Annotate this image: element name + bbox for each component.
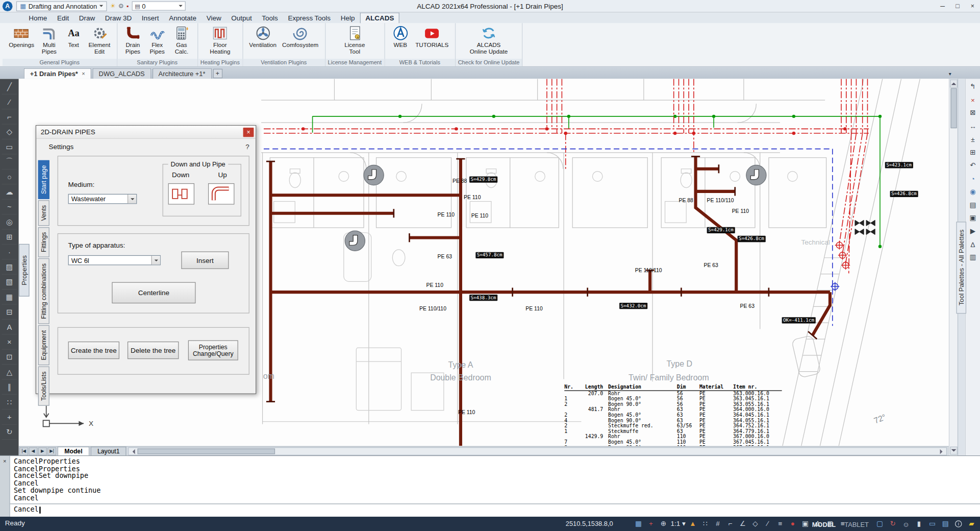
sheet-set-icon[interactable]: ▥ [967, 252, 979, 263]
revision-cloud-tool-icon[interactable]: ☁ [2, 184, 17, 199]
viewport-controls-icon[interactable]: ▦ [633, 517, 644, 530]
orbit-icon[interactable]: ◔ [967, 173, 979, 184]
isodraft-icon[interactable]: ⊕ [658, 517, 669, 530]
user-icon[interactable]: ☺ [900, 518, 912, 530]
move-tool-icon[interactable]: + [2, 409, 17, 424]
dialog-tab-start-page[interactable]: Start page [38, 160, 49, 199]
info-center-icon[interactable]: i [952, 518, 964, 530]
show-motion-icon[interactable]: ▶ [967, 225, 979, 237]
menu-item-draw[interactable]: Draw [74, 13, 100, 23]
sheet-nav-1[interactable]: ◀ [29, 447, 37, 455]
gear-icon[interactable]: ⚙ [118, 3, 124, 9]
hardware-accel-icon[interactable]: ▭ [926, 518, 938, 530]
dialog-tab-fittings[interactable]: Fittings [38, 227, 49, 257]
tablet-button[interactable]: TABLET [841, 520, 872, 528]
menu-item-insert[interactable]: Insert [137, 13, 164, 23]
model-space-button[interactable]: MODEL [808, 520, 839, 528]
close-button[interactable]: × [965, 0, 980, 12]
dialog-titlebar[interactable]: 2D-DRAIN PIPES × [36, 126, 256, 139]
down-pipe-button[interactable] [168, 183, 194, 205]
sheet-nav-2[interactable]: ▶ [38, 447, 47, 455]
polar-tracking-icon[interactable]: ∠ [737, 517, 748, 530]
apparatus-select[interactable]: WC 6l [68, 255, 161, 266]
command-close-icon[interactable]: × [3, 458, 6, 464]
ribbon-button-ventilation[interactable]: Ventilation [247, 25, 279, 50]
ucs-icon[interactable]: ∆ [967, 238, 979, 250]
back-icon[interactable]: ↰ [967, 81, 979, 92]
zoom-realtime-icon[interactable]: ± [967, 133, 979, 145]
ribbon-button-drain-pipes[interactable]: DrainPipes [121, 25, 144, 56]
doc-tab-dwg-alcads[interactable]: DWG_ALCADS [92, 68, 151, 79]
ribbon-button-web[interactable]: WEB [389, 25, 412, 50]
hatch-tool-icon[interactable]: ▨ [2, 259, 17, 274]
quick-view-icon[interactable]: ▢ [874, 518, 886, 530]
properties-panel-tab[interactable]: Properties [19, 244, 30, 297]
sync-status-icon[interactable]: ↻ [887, 518, 898, 530]
ribbon-button-tutorials[interactable]: TUTORIALS [414, 25, 450, 50]
polygon-tool-icon[interactable]: ◇ [2, 125, 17, 139]
menu-item-draw-3d[interactable]: Draw 3D [100, 13, 137, 23]
ribbon-button-multi-pipes[interactable]: MultiPipes [38, 25, 60, 56]
ribbon-button-comfosystem[interactable]: Comfosystem [280, 25, 320, 50]
point-tool-icon[interactable]: ∙ [2, 245, 17, 259]
lineweight-icon[interactable]: ≡ [774, 517, 786, 530]
spline-tool-icon[interactable]: ~ [2, 200, 17, 214]
zoom-window-icon[interactable]: ⊞ [967, 147, 979, 158]
command-text-area[interactable]: CancelPropertiesCancelPropertiesCancelSe… [10, 456, 980, 517]
table-tool-icon[interactable]: ⊟ [2, 305, 17, 320]
ribbon-button-alcads-online-update[interactable]: ALCADSOnline Update [468, 25, 510, 56]
dialog-tab-equipment[interactable]: Equipment [38, 326, 49, 366]
multiline-text-tool-icon[interactable]: A [2, 320, 17, 334]
layer-state-icon[interactable]: ▪ [127, 3, 129, 9]
menu-item-alcads[interactable]: ALCADS [360, 13, 399, 23]
insert-block-tool-icon[interactable]: ⊞ [2, 230, 17, 245]
scroll-down-icon[interactable] [950, 447, 958, 455]
ribbon-button-text[interactable]: AaText [62, 25, 85, 50]
menu-item-view[interactable]: View [202, 13, 227, 23]
transparency-icon[interactable]: ● [787, 517, 798, 530]
create-tree-button[interactable]: Create the tree [68, 342, 119, 359]
construction-line-tool-icon[interactable]: ∕ [2, 94, 17, 109]
named-views-icon[interactable]: ▤ [967, 199, 979, 211]
drawing-canvas[interactable]: X PE 88PE 110PE 110PE 110PE 63PE 110PE 1… [19, 79, 949, 446]
minimize-button[interactable]: ─ [935, 0, 950, 12]
gradient-tool-icon[interactable]: ▧ [2, 275, 17, 289]
menu-item-express-tools[interactable]: Express Tools [283, 13, 336, 23]
command-input[interactable]: Cancel [14, 506, 39, 513]
close-icon[interactable]: × [82, 70, 85, 77]
ribbon-button-element-edit[interactable]: ElementEdit [87, 25, 112, 56]
maximize-button[interactable]: □ [950, 0, 965, 12]
annotation-scale-display[interactable]: 1:1 ▾ [670, 517, 686, 530]
scroll-up-icon[interactable] [950, 80, 958, 88]
grid-display-icon[interactable]: # [712, 517, 723, 530]
workspace-dropdown[interactable]: ▦ Drafting and Annotation [16, 1, 107, 11]
rectangle-tool-icon[interactable]: ▭ [2, 139, 17, 154]
doc-tab-architecture-1[interactable]: Architecture +1* [152, 68, 211, 79]
insert-button[interactable]: Insert [181, 252, 229, 269]
ribbon-button-gas-calc[interactable]: GasCalc. [170, 25, 193, 56]
menu-item-home[interactable]: Home [24, 13, 53, 23]
menu-item-tools[interactable]: Tools [257, 13, 283, 23]
sun-icon[interactable]: ☀ [110, 3, 116, 9]
ribbon-button-floor-heating[interactable]: FloorHeating [208, 25, 232, 56]
dialog-tab-vents[interactable]: Vents [38, 200, 49, 226]
zoom-previous-icon[interactable]: ↶ [967, 159, 979, 171]
rotate-tool-icon[interactable]: ↻ [2, 425, 17, 440]
centerline-button[interactable]: Centerline [112, 282, 195, 304]
menu-item-output[interactable]: Output [226, 13, 257, 23]
annotation-monitor-icon[interactable]: ▤ [939, 518, 951, 530]
region-tool-icon[interactable]: ▦ [2, 289, 17, 304]
polyline-tool-icon[interactable]: ⌐ [2, 109, 17, 124]
lock-ui-icon[interactable]: ▮ [913, 518, 925, 530]
close-icon[interactable]: × [967, 94, 979, 106]
menu-item-help[interactable]: Help [336, 13, 360, 23]
menu-item-annotate[interactable]: Annotate [164, 13, 202, 23]
properties-change-query-button[interactable]: Properties Change/Query [188, 340, 238, 360]
mirror-tool-icon[interactable]: △ [2, 365, 17, 379]
doc-tab-1-drain-pipes[interactable]: +1 Drain Pipes*× [24, 68, 91, 79]
zoom-extents-icon[interactable]: ⊠ [967, 107, 979, 118]
scroll-right-icon[interactable] [940, 449, 945, 454]
ribbon-button-openings[interactable]: Openings [7, 25, 36, 50]
tool-palettes-tab[interactable]: Tool Palettes - All Palettes [956, 222, 966, 314]
erase-tool-icon[interactable]: × [2, 334, 17, 349]
